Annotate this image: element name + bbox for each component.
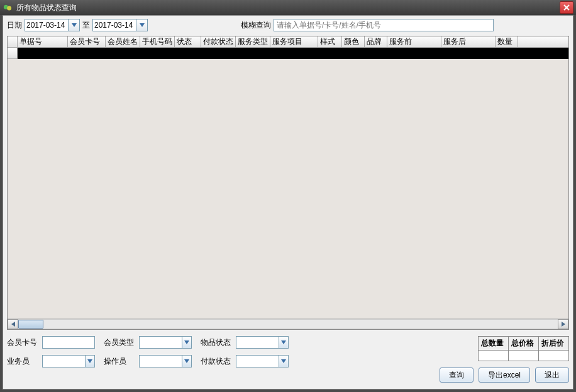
content-area: 日期 至 模糊查询 单据号会员卡号会员姓名手机号码状态付款状态服务类型服务 xyxy=(3,15,573,389)
scroll-right-button[interactable] xyxy=(558,319,568,329)
horizontal-scrollbar[interactable] xyxy=(8,318,568,329)
svg-point-1 xyxy=(7,6,11,10)
toolbar: 日期 至 模糊查询 xyxy=(3,16,573,35)
table-corner xyxy=(8,36,18,47)
member-card-input[interactable] xyxy=(42,336,95,349)
member-type-dropdown[interactable] xyxy=(182,337,191,348)
row-header xyxy=(8,48,18,59)
bottom-panel: 会员卡号 会员类型 物品状态 业务员 操作员 xyxy=(3,331,573,389)
salesman-combo[interactable] xyxy=(42,355,95,368)
column-header[interactable]: 单据号 xyxy=(18,36,68,47)
operator-label: 操作员 xyxy=(104,356,134,367)
column-header[interactable]: 颜色 xyxy=(342,36,365,47)
pay-status-combo[interactable] xyxy=(236,355,289,368)
titlebar: 所有物品状态查询 xyxy=(0,0,576,15)
column-header[interactable]: 服务类型 xyxy=(236,36,270,47)
member-type-label: 会员类型 xyxy=(104,337,134,348)
table-header: 单据号会员卡号会员姓名手机号码状态付款状态服务类型服务项目样式颜色品牌服务前服务… xyxy=(8,36,568,48)
column-header[interactable]: 样式 xyxy=(318,36,342,47)
operator-input[interactable] xyxy=(140,356,182,367)
scroll-track[interactable] xyxy=(18,319,558,329)
item-status-combo[interactable] xyxy=(236,336,289,349)
date-to-field[interactable] xyxy=(92,19,148,31)
salesman-input[interactable] xyxy=(43,356,85,367)
total-price-value xyxy=(509,351,539,361)
member-type-combo[interactable] xyxy=(139,336,192,349)
after-discount-header: 折后价 xyxy=(539,337,569,351)
salesman-label: 业务员 xyxy=(7,356,37,367)
window-title: 所有物品状态查询 xyxy=(16,3,560,13)
date-to-dropdown[interactable] xyxy=(136,19,147,31)
table-row[interactable] xyxy=(8,48,568,59)
column-header[interactable]: 服务后 xyxy=(441,36,496,47)
operator-dropdown[interactable] xyxy=(182,356,191,367)
total-price-header: 总价格 xyxy=(509,337,539,351)
column-header[interactable]: 数量 xyxy=(496,36,518,47)
close-button[interactable] xyxy=(560,1,573,14)
scroll-thumb[interactable] xyxy=(18,320,43,329)
export-excel-button[interactable]: 导出excel xyxy=(479,368,530,383)
pay-status-dropdown[interactable] xyxy=(279,356,288,367)
item-status-label: 物品状态 xyxy=(201,337,231,348)
total-qty-value xyxy=(479,351,509,361)
fuzzy-search-input[interactable] xyxy=(274,19,494,31)
date-to-label: 至 xyxy=(82,20,90,31)
column-header[interactable]: 会员卡号 xyxy=(68,36,106,47)
date-from-field[interactable] xyxy=(25,19,80,31)
member-type-input[interactable] xyxy=(140,337,182,348)
button-row: 查询 导出excel 退出 xyxy=(440,368,569,383)
filter-grid: 会员卡号 会员类型 物品状态 业务员 操作员 xyxy=(7,336,292,368)
right-panel: 总数量 总价格 折后价 查询 导出excel 退出 xyxy=(440,336,569,383)
column-header[interactable]: 付款状态 xyxy=(201,36,236,47)
date-from-dropdown[interactable] xyxy=(68,19,79,31)
item-status-dropdown[interactable] xyxy=(279,337,288,348)
total-qty-header: 总数量 xyxy=(479,337,509,351)
date-label: 日期 xyxy=(7,20,22,31)
operator-combo[interactable] xyxy=(139,355,192,368)
date-from-input[interactable] xyxy=(25,19,68,31)
window: 所有物品状态查询 日期 至 模糊查询 xyxy=(0,0,576,392)
column-header[interactable]: 状态 xyxy=(175,36,201,47)
after-discount-value xyxy=(539,351,569,361)
column-header[interactable]: 服务前 xyxy=(387,36,441,47)
column-header[interactable]: 品牌 xyxy=(365,36,387,47)
summary-table: 总数量 总价格 折后价 xyxy=(478,336,569,361)
query-button[interactable]: 查询 xyxy=(440,368,474,383)
table-body xyxy=(8,59,568,318)
member-card-label: 会员卡号 xyxy=(7,337,37,348)
exit-button[interactable]: 退出 xyxy=(535,368,569,383)
table-area: 单据号会员卡号会员姓名手机号码状态付款状态服务类型服务项目样式颜色品牌服务前服务… xyxy=(7,36,569,330)
column-header[interactable]: 会员姓名 xyxy=(106,36,140,47)
salesman-dropdown[interactable] xyxy=(85,356,94,367)
column-header[interactable]: 手机号码 xyxy=(140,36,175,47)
date-to-input[interactable] xyxy=(93,19,136,31)
app-icon xyxy=(3,3,13,13)
pay-status-label: 付款状态 xyxy=(201,356,231,367)
fuzzy-search-label: 模糊查询 xyxy=(241,20,271,31)
pay-status-input[interactable] xyxy=(236,356,279,367)
scroll-left-button[interactable] xyxy=(8,319,18,329)
item-status-input[interactable] xyxy=(236,337,279,348)
column-header[interactable]: 服务项目 xyxy=(270,36,318,47)
